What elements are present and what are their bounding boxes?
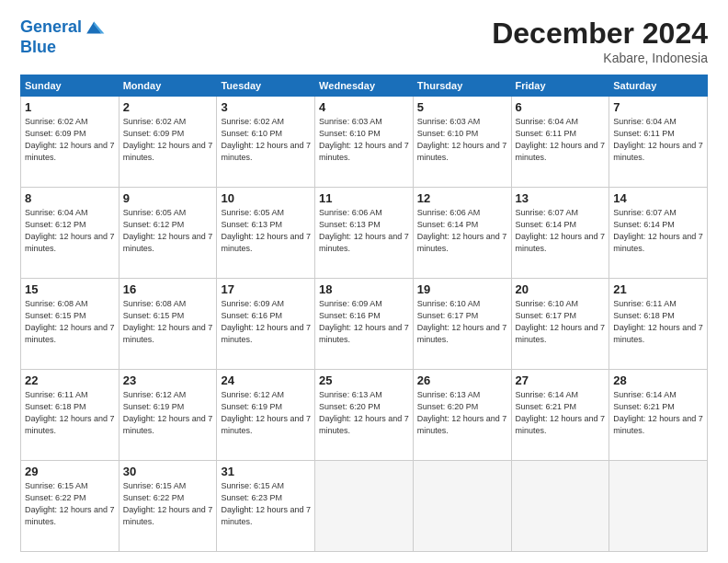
calendar-cell: 5 Sunrise: 6:03 AM Sunset: 6:10 PM Dayli… bbox=[413, 97, 511, 188]
calendar-table: Sunday Monday Tuesday Wednesday Thursday… bbox=[20, 75, 708, 552]
day-info: Sunrise: 6:09 AM Sunset: 6:16 PM Dayligh… bbox=[221, 298, 311, 346]
day-number: 11 bbox=[319, 191, 409, 205]
calendar-cell: 30 Sunrise: 6:15 AM Sunset: 6:22 PM Dayl… bbox=[119, 461, 217, 552]
day-info: Sunrise: 6:02 AM Sunset: 6:09 PM Dayligh… bbox=[25, 116, 115, 164]
calendar-cell: 13 Sunrise: 6:07 AM Sunset: 6:14 PM Dayl… bbox=[511, 188, 609, 279]
calendar-cell: 24 Sunrise: 6:12 AM Sunset: 6:19 PM Dayl… bbox=[217, 370, 315, 461]
day-number: 18 bbox=[319, 282, 409, 296]
calendar-cell: 15 Sunrise: 6:08 AM Sunset: 6:15 PM Dayl… bbox=[21, 279, 119, 370]
day-number: 4 bbox=[319, 100, 409, 114]
calendar-cell bbox=[413, 461, 511, 552]
calendar-cell: 16 Sunrise: 6:08 AM Sunset: 6:15 PM Dayl… bbox=[119, 279, 217, 370]
day-number: 1 bbox=[25, 100, 115, 114]
calendar-cell bbox=[315, 461, 414, 552]
day-number: 22 bbox=[25, 373, 115, 387]
day-number: 3 bbox=[221, 100, 311, 114]
col-wednesday: Wednesday bbox=[315, 75, 414, 97]
day-number: 20 bbox=[516, 282, 606, 296]
calendar-cell: 23 Sunrise: 6:12 AM Sunset: 6:19 PM Dayl… bbox=[119, 370, 217, 461]
day-info: Sunrise: 6:07 AM Sunset: 6:14 PM Dayligh… bbox=[516, 207, 606, 255]
day-info: Sunrise: 6:03 AM Sunset: 6:10 PM Dayligh… bbox=[319, 116, 409, 164]
day-number: 24 bbox=[221, 373, 311, 387]
day-info: Sunrise: 6:04 AM Sunset: 6:11 PM Dayligh… bbox=[613, 116, 703, 164]
calendar-cell: 19 Sunrise: 6:10 AM Sunset: 6:17 PM Dayl… bbox=[413, 279, 511, 370]
col-friday: Friday bbox=[511, 75, 609, 97]
day-info: Sunrise: 6:13 AM Sunset: 6:20 PM Dayligh… bbox=[417, 389, 507, 437]
calendar-cell: 26 Sunrise: 6:13 AM Sunset: 6:20 PM Dayl… bbox=[413, 370, 511, 461]
calendar-cell: 17 Sunrise: 6:09 AM Sunset: 6:16 PM Dayl… bbox=[217, 279, 315, 370]
day-info: Sunrise: 6:08 AM Sunset: 6:15 PM Dayligh… bbox=[123, 298, 213, 346]
day-number: 29 bbox=[25, 465, 115, 478]
day-number: 12 bbox=[417, 191, 507, 205]
day-info: Sunrise: 6:05 AM Sunset: 6:13 PM Dayligh… bbox=[221, 207, 311, 255]
logo-text-line2: Blue bbox=[20, 39, 106, 57]
col-monday: Monday bbox=[119, 75, 217, 97]
calendar-cell bbox=[609, 461, 708, 552]
calendar-cell: 21 Sunrise: 6:11 AM Sunset: 6:18 PM Dayl… bbox=[609, 279, 708, 370]
calendar-cell: 11 Sunrise: 6:06 AM Sunset: 6:13 PM Dayl… bbox=[315, 188, 414, 279]
day-number: 14 bbox=[613, 191, 703, 205]
day-number: 17 bbox=[221, 282, 311, 296]
calendar-week-row: 15 Sunrise: 6:08 AM Sunset: 6:15 PM Dayl… bbox=[21, 279, 708, 370]
calendar-cell: 2 Sunrise: 6:02 AM Sunset: 6:09 PM Dayli… bbox=[119, 97, 217, 188]
day-info: Sunrise: 6:09 AM Sunset: 6:16 PM Dayligh… bbox=[319, 298, 409, 346]
calendar-cell: 6 Sunrise: 6:04 AM Sunset: 6:11 PM Dayli… bbox=[511, 97, 609, 188]
day-number: 2 bbox=[123, 100, 213, 114]
day-info: Sunrise: 6:15 AM Sunset: 6:23 PM Dayligh… bbox=[221, 480, 311, 528]
day-number: 23 bbox=[123, 373, 213, 387]
logo: General Blue bbox=[20, 17, 106, 57]
day-number: 28 bbox=[613, 373, 703, 387]
day-info: Sunrise: 6:07 AM Sunset: 6:14 PM Dayligh… bbox=[613, 207, 703, 255]
col-sunday: Sunday bbox=[21, 75, 119, 97]
page: General Blue December 2024 Kabare, Indon… bbox=[0, 0, 728, 563]
day-info: Sunrise: 6:11 AM Sunset: 6:18 PM Dayligh… bbox=[25, 389, 115, 437]
day-info: Sunrise: 6:10 AM Sunset: 6:17 PM Dayligh… bbox=[516, 298, 606, 346]
day-info: Sunrise: 6:06 AM Sunset: 6:13 PM Dayligh… bbox=[319, 207, 409, 255]
calendar-week-row: 8 Sunrise: 6:04 AM Sunset: 6:12 PM Dayli… bbox=[21, 188, 708, 279]
month-title: December 2024 bbox=[492, 17, 708, 51]
day-number: 13 bbox=[516, 191, 606, 205]
day-info: Sunrise: 6:05 AM Sunset: 6:12 PM Dayligh… bbox=[123, 207, 213, 255]
day-number: 8 bbox=[25, 191, 115, 205]
calendar-cell: 28 Sunrise: 6:14 AM Sunset: 6:21 PM Dayl… bbox=[609, 370, 708, 461]
day-info: Sunrise: 6:15 AM Sunset: 6:22 PM Dayligh… bbox=[25, 480, 115, 528]
calendar-cell: 27 Sunrise: 6:14 AM Sunset: 6:21 PM Dayl… bbox=[511, 370, 609, 461]
day-number: 7 bbox=[613, 100, 703, 114]
day-number: 5 bbox=[417, 100, 507, 114]
day-number: 10 bbox=[221, 191, 311, 205]
calendar-week-row: 22 Sunrise: 6:11 AM Sunset: 6:18 PM Dayl… bbox=[21, 370, 708, 461]
calendar-cell: 3 Sunrise: 6:02 AM Sunset: 6:10 PM Dayli… bbox=[217, 97, 315, 188]
calendar-cell: 20 Sunrise: 6:10 AM Sunset: 6:17 PM Dayl… bbox=[511, 279, 609, 370]
calendar-cell: 8 Sunrise: 6:04 AM Sunset: 6:12 PM Dayli… bbox=[21, 188, 119, 279]
logo-icon bbox=[84, 17, 106, 39]
day-info: Sunrise: 6:06 AM Sunset: 6:14 PM Dayligh… bbox=[417, 207, 507, 255]
calendar-header-row: Sunday Monday Tuesday Wednesday Thursday… bbox=[21, 75, 708, 97]
day-info: Sunrise: 6:10 AM Sunset: 6:17 PM Dayligh… bbox=[417, 298, 507, 346]
day-number: 19 bbox=[417, 282, 507, 296]
location-subtitle: Kabare, Indonesia bbox=[492, 51, 708, 65]
calendar-cell bbox=[511, 461, 609, 552]
day-number: 30 bbox=[123, 465, 213, 478]
day-info: Sunrise: 6:12 AM Sunset: 6:19 PM Dayligh… bbox=[221, 389, 311, 437]
calendar-cell: 4 Sunrise: 6:03 AM Sunset: 6:10 PM Dayli… bbox=[315, 97, 414, 188]
day-info: Sunrise: 6:15 AM Sunset: 6:22 PM Dayligh… bbox=[123, 480, 213, 528]
day-number: 9 bbox=[123, 191, 213, 205]
col-tuesday: Tuesday bbox=[217, 75, 315, 97]
calendar-cell: 7 Sunrise: 6:04 AM Sunset: 6:11 PM Dayli… bbox=[609, 97, 708, 188]
day-info: Sunrise: 6:03 AM Sunset: 6:10 PM Dayligh… bbox=[417, 116, 507, 164]
day-number: 6 bbox=[516, 100, 606, 114]
day-info: Sunrise: 6:12 AM Sunset: 6:19 PM Dayligh… bbox=[123, 389, 213, 437]
day-number: 31 bbox=[221, 465, 311, 478]
calendar-cell: 10 Sunrise: 6:05 AM Sunset: 6:13 PM Dayl… bbox=[217, 188, 315, 279]
day-info: Sunrise: 6:02 AM Sunset: 6:10 PM Dayligh… bbox=[221, 116, 311, 164]
day-number: 25 bbox=[319, 373, 409, 387]
title-block: December 2024 Kabare, Indonesia bbox=[492, 17, 708, 65]
calendar-cell: 25 Sunrise: 6:13 AM Sunset: 6:20 PM Dayl… bbox=[315, 370, 414, 461]
header: General Blue December 2024 Kabare, Indon… bbox=[20, 17, 708, 65]
day-number: 27 bbox=[516, 373, 606, 387]
calendar-cell: 1 Sunrise: 6:02 AM Sunset: 6:09 PM Dayli… bbox=[21, 97, 119, 188]
calendar-cell: 9 Sunrise: 6:05 AM Sunset: 6:12 PM Dayli… bbox=[119, 188, 217, 279]
calendar-cell: 22 Sunrise: 6:11 AM Sunset: 6:18 PM Dayl… bbox=[21, 370, 119, 461]
calendar-cell: 18 Sunrise: 6:09 AM Sunset: 6:16 PM Dayl… bbox=[315, 279, 414, 370]
calendar-cell: 31 Sunrise: 6:15 AM Sunset: 6:23 PM Dayl… bbox=[217, 461, 315, 552]
